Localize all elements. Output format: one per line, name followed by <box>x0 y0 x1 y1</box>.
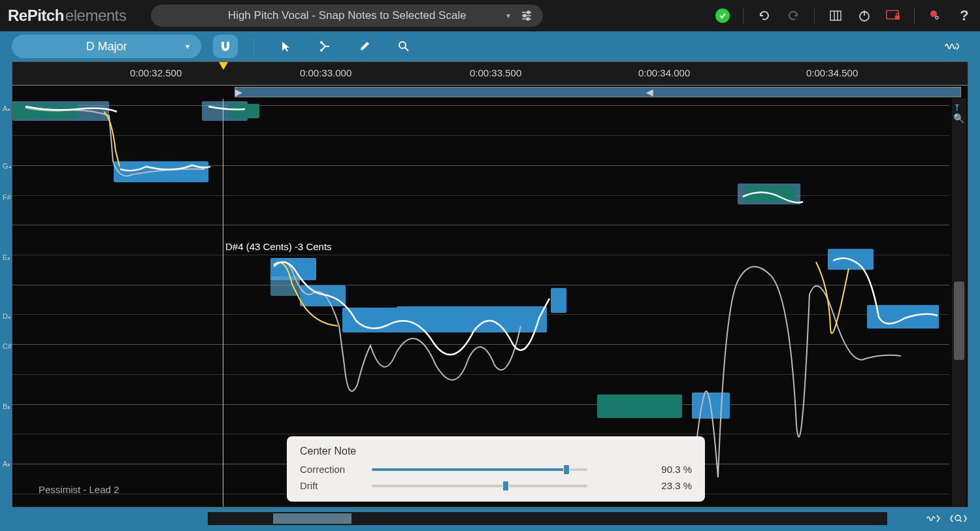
pitch-editor[interactable]: 0:00:32.5000:00:33.0000:00:33.5000:00:34… <box>12 61 968 507</box>
snap-magnet-button[interactable] <box>213 35 238 58</box>
note-block[interactable] <box>270 276 300 296</box>
settings-gear-icon[interactable] <box>928 8 943 24</box>
note-block[interactable] <box>828 249 874 270</box>
note-block[interactable] <box>867 305 939 329</box>
zoom-in-v-icon[interactable]: ⤒🔍 <box>953 103 966 123</box>
drift-label: Drift <box>300 480 372 491</box>
svg-point-4 <box>523 14 526 17</box>
bottombar <box>12 509 968 528</box>
note-label: G₄ <box>3 162 11 170</box>
divider <box>253 37 254 56</box>
topbar-icons: ? <box>715 8 972 24</box>
zoom-tool[interactable] <box>394 37 414 56</box>
time-tick: 0:00:32.500 <box>130 67 182 78</box>
svg-point-19 <box>320 49 323 52</box>
note-label: A₄ <box>3 105 10 113</box>
horizontal-scrollbar[interactable] <box>208 512 887 525</box>
drift-value: 23.3 % <box>646 480 692 491</box>
zoom-fit-icon[interactable] <box>950 513 968 524</box>
svg-point-13 <box>930 10 937 17</box>
center-note-panel: Center Note Correction 90.3 % Drift 23.3… <box>287 436 705 502</box>
divider <box>743 8 743 24</box>
note-block[interactable] <box>342 308 398 332</box>
vscroll-thumb[interactable] <box>954 282 964 360</box>
columns-icon[interactable] <box>828 8 843 24</box>
grid-line <box>12 374 949 375</box>
vertical-scrollbar[interactable]: ⤒🔍 <box>952 99 966 507</box>
grid-line <box>12 255 949 255</box>
grid-line <box>12 404 949 405</box>
note-labels: A₄G₄F#E₄D₄C#B₃A₃ <box>1 98 13 531</box>
screen-lock-icon[interactable] <box>885 8 901 24</box>
chevron-down-icon: ▾ <box>506 11 510 20</box>
preset-settings-icon[interactable] <box>521 10 532 22</box>
topbar: RePitchelements High Pitch Vocal - Snap … <box>0 0 980 31</box>
grid-line <box>12 285 949 285</box>
grid-line <box>12 135 949 136</box>
note-label: B₃ <box>3 402 10 411</box>
help-icon[interactable]: ? <box>956 8 972 24</box>
pitch-readout: D#4 (43 Cents) -3 Cents <box>225 241 332 252</box>
playhead-marker[interactable] <box>219 62 228 71</box>
note-block[interactable] <box>12 104 78 118</box>
time-ruler[interactable]: 0:00:32.5000:00:33.0000:00:33.5000:00:34… <box>12 62 968 86</box>
drift-slider[interactable] <box>372 485 587 487</box>
svg-point-20 <box>399 42 406 48</box>
svg-point-22 <box>955 515 960 521</box>
note-block[interactable] <box>692 393 730 419</box>
note-label: F# <box>3 193 11 201</box>
time-tick: 0:00:34.000 <box>638 67 690 78</box>
undo-icon[interactable] <box>757 8 772 24</box>
time-tick: 0:00:34.500 <box>806 67 858 78</box>
svg-point-18 <box>320 41 323 44</box>
note-label: D₄ <box>3 312 10 321</box>
waveform-button[interactable] <box>942 37 962 56</box>
grid-line <box>12 105 949 106</box>
divider <box>914 8 915 24</box>
correction-value: 90.3 % <box>646 464 692 475</box>
note-block[interactable] <box>300 285 346 306</box>
preset-name: High Pitch Vocal - Snap Notes to Selecte… <box>228 9 466 22</box>
svg-line-21 <box>405 48 408 51</box>
note-block[interactable] <box>597 394 682 418</box>
logo: RePitchelements <box>8 7 126 25</box>
preset-selector[interactable]: High Pitch Vocal - Snap Notes to Selecte… <box>151 5 543 27</box>
playhead-line <box>223 99 223 507</box>
note-block[interactable] <box>228 104 259 118</box>
svg-rect-6 <box>830 11 841 20</box>
correction-label: Correction <box>300 464 372 475</box>
draw-tool[interactable] <box>355 37 374 56</box>
note-block[interactable] <box>397 306 547 332</box>
power-icon[interactable] <box>857 8 872 24</box>
redo-icon[interactable] <box>785 8 801 24</box>
hscroll-thumb[interactable] <box>273 513 351 524</box>
correction-row: Correction 90.3 % <box>300 464 692 475</box>
svg-point-3 <box>527 11 530 14</box>
note-block[interactable] <box>744 186 795 202</box>
svg-rect-12 <box>895 16 900 20</box>
loop-range[interactable] <box>235 87 961 97</box>
status-indicator[interactable] <box>715 8 730 23</box>
scale-name: D Major <box>86 40 127 54</box>
note-block[interactable] <box>114 161 208 182</box>
note-label: E₄ <box>3 253 10 262</box>
toolrow: D Major ▾ <box>0 31 980 61</box>
drift-row: Drift 23.3 % <box>300 480 692 491</box>
time-tick: 0:00:33.000 <box>300 67 351 78</box>
scale-selector[interactable]: D Major ▾ <box>12 35 201 58</box>
wave-fit-icon[interactable] <box>926 513 941 524</box>
pointer-tool[interactable] <box>276 37 296 56</box>
svg-point-14 <box>936 17 938 19</box>
track-name: Pessimist - Lead 2 <box>39 484 119 495</box>
note-label: C# <box>3 342 12 350</box>
svg-point-5 <box>527 18 529 20</box>
chevron-down-icon: ▾ <box>186 42 189 51</box>
time-tick: 0:00:33.500 <box>470 67 521 78</box>
pitch-grid[interactable]: D#4 (43 Cents) -3 Cents Pessimist - Lead… <box>12 99 949 507</box>
grid-line <box>12 225 949 225</box>
note-block[interactable] <box>551 288 566 313</box>
panel-title: Center Note <box>300 445 692 457</box>
split-tool[interactable] <box>316 37 335 56</box>
correction-slider[interactable] <box>372 468 587 471</box>
divider <box>814 8 815 24</box>
